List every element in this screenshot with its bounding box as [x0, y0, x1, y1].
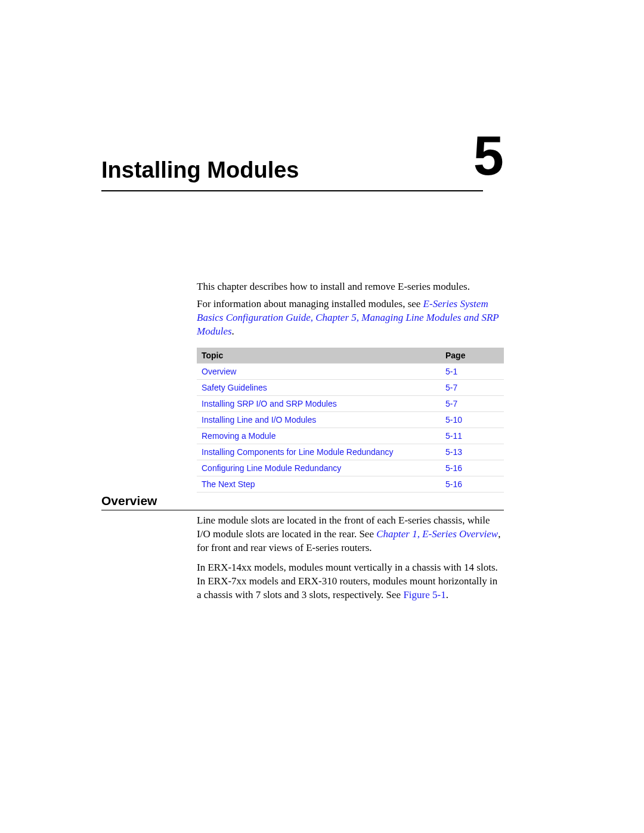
toc-table: Topic Page Overview5-1 Safety Guidelines… [197, 348, 504, 493]
toc-header-topic: Topic [197, 348, 441, 364]
overview-p2-pre: In ERX-14xx models, modules mount vertic… [197, 562, 498, 600]
toc-page-link[interactable]: 5-10 [441, 412, 504, 428]
intro-block: This chapter describes how to install an… [197, 280, 504, 342]
intro-paragraph-2: For information about managing installed… [197, 298, 504, 339]
chapter-title: Installing Modules [101, 157, 483, 191]
toc-topic-link[interactable]: Installing SRP I/O and SRP Modules [197, 396, 441, 412]
toc-topic-link[interactable]: Installing Components for Line Module Re… [197, 444, 441, 460]
toc-topic-link[interactable]: Overview [197, 364, 441, 380]
toc-body: Overview5-1 Safety Guidelines5-7 Install… [197, 364, 504, 493]
toc-page-link[interactable]: 5-1 [441, 364, 504, 380]
toc-page-link[interactable]: 5-16 [441, 460, 504, 476]
intro-paragraph-1: This chapter describes how to install an… [197, 280, 504, 294]
overview-paragraph-2: In ERX-14xx models, modules mount vertic… [197, 561, 504, 602]
toc-page-link[interactable]: 5-16 [441, 476, 504, 493]
toc-row: The Next Step5-16 [197, 476, 504, 493]
toc-page-link[interactable]: 5-13 [441, 444, 504, 460]
overview-p2-link[interactable]: Figure 5-1 [403, 589, 445, 600]
toc-topic-link[interactable]: Safety Guidelines [197, 380, 441, 396]
toc-page-link[interactable]: 5-7 [441, 380, 504, 396]
toc-topic-link[interactable]: Configuring Line Module Redundancy [197, 460, 441, 476]
overview-body: Line module slots are located in the fro… [197, 514, 504, 608]
overview-p2-post: . [446, 589, 448, 600]
section-heading-overview: Overview [101, 494, 504, 510]
toc-topic-link[interactable]: Removing a Module [197, 428, 441, 444]
toc-page-link[interactable]: 5-7 [441, 396, 504, 412]
toc-row: Installing Line and I/O Modules5-10 [197, 412, 504, 428]
toc-row: Safety Guidelines5-7 [197, 380, 504, 396]
intro-p2-pre: For information about managing installed… [197, 298, 423, 309]
toc-row: Overview5-1 [197, 364, 504, 380]
toc-row: Installing Components for Line Module Re… [197, 444, 504, 460]
overview-paragraph-1: Line module slots are located in the fro… [197, 514, 504, 555]
toc-row: Installing SRP I/O and SRP Modules5-7 [197, 396, 504, 412]
toc-topic-link[interactable]: Installing Line and I/O Modules [197, 412, 441, 428]
toc-row: Configuring Line Module Redundancy5-16 [197, 460, 504, 476]
toc-header-page: Page [441, 348, 504, 364]
toc-page-link[interactable]: 5-11 [441, 428, 504, 444]
intro-p2-post: . [232, 326, 234, 337]
toc-topic-link[interactable]: The Next Step [197, 476, 441, 493]
toc-row: Removing a Module5-11 [197, 428, 504, 444]
overview-p1-link[interactable]: Chapter 1, E-Series Overview [376, 528, 498, 540]
